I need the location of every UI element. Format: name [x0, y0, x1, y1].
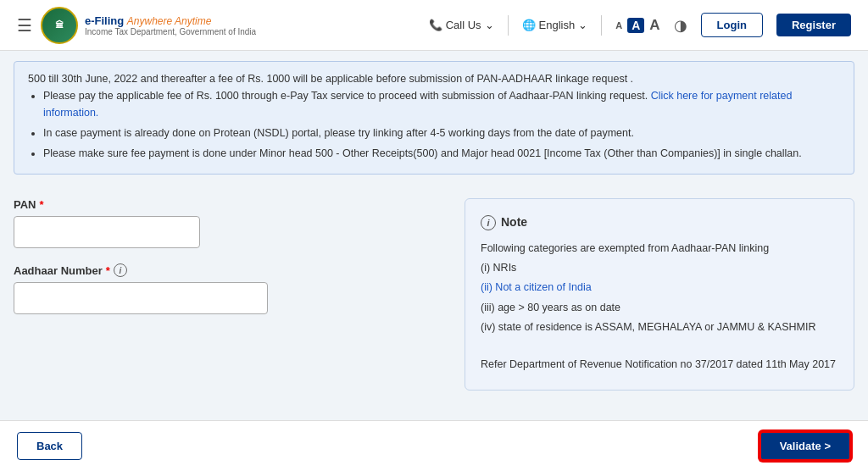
header-left: ☰ 🏛 e-Filing Anywhere Anytime Income Tax…: [17, 7, 256, 44]
bullet1-text: Please pay the applicable fee of Rs. 100…: [43, 90, 648, 102]
logo-emblem: 🏛: [41, 7, 78, 44]
pan-label: PAN *: [14, 198, 451, 211]
note-intro: Following categories are exempted from A…: [481, 240, 838, 258]
language-nav[interactable]: 🌐 English ⌄: [522, 19, 588, 31]
info-banner: 500 till 30th June, 2022 and thereafter …: [14, 61, 854, 175]
globe-icon: 🌐: [522, 19, 536, 31]
language-label: English: [539, 19, 576, 31]
hamburger-menu-icon[interactable]: ☰: [17, 15, 32, 36]
aadhaar-label: Aadhaar Number * i: [14, 263, 451, 277]
note-item-4: (iv) state of residence is ASSAM, MEGHAL…: [481, 319, 838, 336]
note-title-text: Note: [501, 213, 527, 233]
divider-1: [508, 15, 509, 36]
note-refer: Refer Department of Revenue Notification…: [481, 356, 838, 374]
info-bullet-3: Please make sure fee payment is done und…: [43, 145, 840, 162]
pan-form-group: PAN *: [14, 198, 451, 248]
note-content: Following categories are exempted from A…: [481, 240, 838, 374]
info-bullets: Please pay the applicable fee of Rs. 100…: [28, 87, 840, 162]
form-left: PAN * Aadhaar Number * i: [14, 198, 451, 391]
call-us-label: Call Us: [446, 19, 481, 31]
language-chevron: ⌄: [578, 19, 587, 31]
font-controls: A A A: [615, 17, 659, 34]
note-title: i Note: [481, 213, 838, 233]
divider-2: [601, 15, 602, 36]
call-us-chevron: ⌄: [485, 19, 494, 31]
note-info-icon: i: [481, 215, 496, 230]
aadhaar-label-text: Aadhaar Number: [14, 264, 103, 277]
header-right: 📞 Call Us ⌄ 🌐 English ⌄ A A A ◑ Login Re…: [429, 13, 851, 37]
call-us-nav[interactable]: 📞 Call Us ⌄: [429, 19, 494, 31]
aadhaar-form-group: Aadhaar Number * i: [14, 263, 451, 314]
logo-area: 🏛 e-Filing Anywhere Anytime Income Tax D…: [41, 7, 256, 44]
back-button[interactable]: Back: [17, 432, 82, 460]
info-bullet-1: Please pay the applicable fee of Rs. 100…: [43, 87, 840, 121]
aadhaar-info-icon[interactable]: i: [114, 263, 127, 277]
footer-bar: Back Validate >: [0, 420, 868, 471]
aadhaar-input[interactable]: [14, 282, 268, 314]
register-button[interactable]: Register: [776, 14, 851, 36]
login-button[interactable]: Login: [701, 13, 763, 37]
logo-efiling: e-Filing: [85, 14, 124, 27]
logo-title-line: e-Filing Anywhere Anytime: [85, 14, 256, 27]
info-line1: 500 till 30th June, 2022 and thereafter …: [28, 70, 840, 87]
pan-input[interactable]: [14, 216, 200, 248]
validate-button[interactable]: Validate >: [760, 431, 851, 461]
note-item-1: (i) NRIs: [481, 259, 838, 277]
font-small-btn[interactable]: A: [615, 20, 622, 30]
note-item-3: (iii) age > 80 years as on date: [481, 299, 838, 317]
phone-icon: 📞: [429, 19, 442, 31]
font-large-btn[interactable]: A: [649, 17, 659, 34]
logo-tagline: Anywhere Anytime: [127, 15, 212, 27]
form-section: PAN * Aadhaar Number * i i Note: [14, 185, 854, 404]
logo-text: e-Filing Anywhere Anytime Income Tax Dep…: [85, 14, 256, 36]
main-content: 500 till 30th June, 2022 and thereafter …: [0, 61, 868, 404]
logo-subtitle: Income Tax Department, Government of Ind…: [85, 27, 256, 36]
header: ☰ 🏛 e-Filing Anywhere Anytime Income Tax…: [0, 0, 868, 51]
note-item-2: (ii) Not a citizen of India: [481, 279, 838, 296]
font-mid-btn[interactable]: A: [627, 18, 644, 33]
contrast-toggle-btn[interactable]: ◑: [674, 16, 687, 35]
info-bullet-2: In case payment is already done on Prote…: [43, 125, 840, 141]
note-box: i Note Following categories are exempted…: [465, 198, 854, 391]
pan-label-text: PAN: [14, 198, 36, 211]
aadhaar-required: *: [106, 264, 110, 277]
pan-required: *: [39, 198, 43, 211]
